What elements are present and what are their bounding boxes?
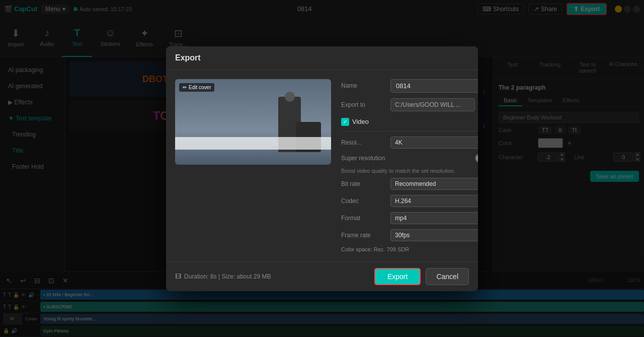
boost-text: Boost video quality to match the set res… (341, 168, 478, 174)
modal-title: Export (175, 53, 201, 62)
export-path-input[interactable] (390, 98, 475, 111)
codec-field-row: Codec H.264 ▾ (341, 195, 478, 207)
super-res-toggle[interactable] (475, 154, 478, 163)
framerate-select[interactable]: 30fps ▾ (390, 229, 478, 241)
edit-cover-label: Edit cover (189, 85, 211, 90)
pencil-icon: ✏ (183, 85, 187, 90)
modal-header: Export (166, 46, 478, 70)
modal-overlay[interactable]: Export (0, 0, 644, 337)
framerate-field-row: Frame rate 30fps ▾ (341, 229, 478, 241)
resolution-value: 4K (395, 139, 403, 146)
framerate-value: 30fps (395, 232, 410, 239)
preview-scene (175, 79, 331, 165)
video-section: ✓ Video ▲ (341, 118, 478, 126)
video-label: Video (352, 118, 369, 125)
video-section-label: ✓ Video ▲ (341, 118, 478, 126)
modal-body: ✏ Edit cover Name Export to 📁 (166, 70, 478, 261)
format-field-row: Format mp4 ▾ (341, 212, 478, 224)
video-check-icon[interactable]: ✓ (341, 118, 349, 126)
preview-image: ✏ Edit cover (175, 79, 331, 165)
export-to-field-row: Export to 📁 (341, 98, 478, 112)
divider (341, 131, 478, 131)
resolution-field-row: Resol... 4K ▾ (341, 137, 478, 149)
name-field-row: Name (341, 79, 478, 93)
name-input[interactable] (390, 79, 478, 93)
format-value: mp4 (395, 215, 407, 222)
toggle-knob (476, 155, 478, 162)
film-icon: 🎞 (175, 273, 181, 280)
name-label: Name (341, 82, 386, 89)
modal-cancel-button[interactable]: Cancel (426, 268, 469, 285)
modal-export-button[interactable]: Export (374, 268, 421, 285)
bitrate-value: Recommended (395, 180, 436, 187)
color-space-text: Color space: Rec. 709 SDR (341, 246, 478, 252)
bitrate-select[interactable]: Recommended ▾ (390, 178, 478, 190)
format-label: Format (341, 215, 386, 222)
format-select[interactable]: mp4 ▾ (390, 212, 478, 224)
bitrate-field-row: Bit rate Recommended ▾ (341, 178, 478, 190)
modal-duration-info: 🎞 Duration: 8s | Size: about 29 MB (175, 273, 271, 280)
codec-select[interactable]: H.264 ▾ (390, 195, 478, 207)
super-res-field-row: Super resolution (341, 154, 478, 163)
codec-value: H.264 (395, 197, 411, 205)
resolution-select[interactable]: 4K ▾ (390, 137, 478, 149)
modal-preview: ✏ Edit cover (175, 79, 331, 252)
edit-cover-button[interactable]: ✏ Edit cover (179, 83, 214, 92)
codec-label: Codec (341, 197, 386, 205)
export-modal: Export (166, 46, 478, 291)
framerate-label: Frame rate (341, 232, 386, 239)
preview-head (285, 92, 295, 102)
export-to-label: Export to (341, 101, 386, 108)
modal-footer-buttons: Export Cancel (374, 268, 469, 285)
modal-footer: 🎞 Duration: 8s | Size: about 29 MB Expor… (166, 261, 478, 291)
super-res-label: Super resolution (341, 155, 386, 162)
resolution-label: Resol... (341, 139, 386, 146)
preview-white-bar (175, 137, 331, 150)
bitrate-label: Bit rate (341, 180, 386, 187)
modal-fields: Name Export to 📁 ✓ Video ▲ (341, 79, 478, 252)
duration-size-text: Duration: 8s | Size: about 29 MB (184, 273, 271, 280)
